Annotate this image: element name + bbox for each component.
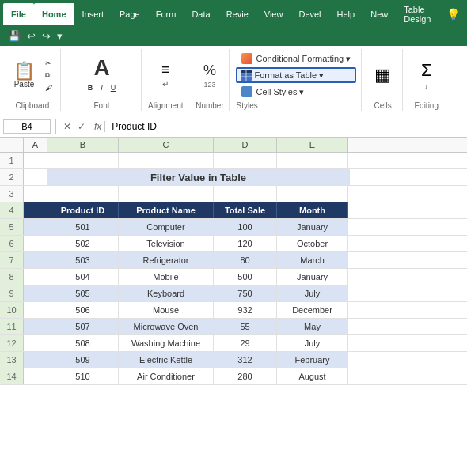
col-header-c[interactable]: C bbox=[119, 138, 214, 152]
cell-b4[interactable]: Product ID bbox=[47, 202, 119, 218]
cell-a-13[interactable] bbox=[24, 352, 47, 368]
product-name-cell[interactable]: Computer bbox=[119, 219, 214, 235]
cell-b3[interactable] bbox=[47, 186, 119, 202]
format-as-table-button[interactable]: Format as Table ▾ bbox=[236, 67, 356, 83]
total-sale-cell[interactable]: 280 bbox=[214, 368, 277, 384]
tab-view[interactable]: View bbox=[256, 3, 291, 25]
total-sale-cell[interactable]: 100 bbox=[214, 219, 277, 235]
undo-button[interactable]: ↩ bbox=[25, 28, 37, 43]
tab-form[interactable]: Form bbox=[148, 3, 184, 25]
total-sale-cell[interactable]: 312 bbox=[214, 352, 277, 368]
tab-new[interactable]: New bbox=[363, 3, 396, 25]
conditional-formatting-button[interactable]: Conditional Formatting ▾ bbox=[236, 51, 356, 66]
month-cell[interactable]: January bbox=[277, 219, 348, 235]
italic-button[interactable]: I bbox=[97, 82, 106, 93]
total-sale-cell[interactable]: 29 bbox=[214, 335, 277, 351]
total-sale-cell[interactable]: 500 bbox=[214, 269, 277, 285]
product-name-cell[interactable]: Air Conditioner bbox=[119, 368, 214, 384]
product-id-cell[interactable]: 507 bbox=[47, 319, 119, 334]
month-cell[interactable]: March bbox=[277, 252, 348, 268]
cell-d4[interactable]: Total Sale bbox=[214, 202, 277, 218]
tab-file[interactable]: File bbox=[3, 3, 34, 25]
product-name-cell[interactable]: Microwave Oven bbox=[119, 319, 214, 334]
cell-a4[interactable] bbox=[24, 202, 47, 218]
cell-d1[interactable] bbox=[214, 153, 277, 168]
cell-a-8[interactable] bbox=[24, 269, 47, 285]
cell-a3[interactable] bbox=[24, 186, 47, 202]
tab-page[interactable]: Page bbox=[112, 3, 148, 25]
month-cell[interactable]: February bbox=[277, 352, 348, 368]
total-sale-cell[interactable]: 80 bbox=[214, 252, 277, 268]
underline-button[interactable]: U bbox=[108, 82, 120, 93]
total-sale-cell[interactable]: 55 bbox=[214, 319, 277, 334]
cell-a-7[interactable] bbox=[24, 252, 47, 268]
cell-a-12[interactable] bbox=[24, 335, 47, 351]
more-button[interactable]: ▾ bbox=[55, 28, 64, 43]
tab-help[interactable]: Help bbox=[329, 3, 363, 25]
total-sale-cell[interactable]: 932 bbox=[214, 302, 277, 318]
cell-styles-button[interactable]: Cell Styles ▾ bbox=[236, 84, 356, 100]
cell-a-14[interactable] bbox=[24, 368, 47, 384]
total-sale-cell[interactable]: 750 bbox=[214, 285, 277, 301]
tab-data[interactable]: Data bbox=[184, 3, 218, 25]
cell-e4[interactable]: Month bbox=[277, 202, 348, 218]
month-cell[interactable]: August bbox=[277, 368, 348, 384]
cell-a-11[interactable] bbox=[24, 319, 47, 334]
product-id-cell[interactable]: 509 bbox=[47, 352, 119, 368]
product-name-cell[interactable]: Refrigerator bbox=[119, 252, 214, 268]
tab-devel[interactable]: Devel bbox=[290, 3, 328, 25]
product-name-cell[interactable]: Mouse bbox=[119, 302, 214, 318]
cell-a-6[interactable] bbox=[24, 236, 47, 251]
cut-button[interactable]: ✂ bbox=[42, 58, 55, 69]
month-cell[interactable]: May bbox=[277, 319, 348, 334]
tab-insert[interactable]: Insert bbox=[74, 3, 112, 25]
month-cell[interactable]: July bbox=[277, 335, 348, 351]
bold-button[interactable]: B bbox=[85, 82, 97, 93]
confirm-formula-button[interactable]: ✓ bbox=[75, 119, 88, 134]
col-header-e[interactable]: E bbox=[277, 138, 348, 152]
product-id-cell[interactable]: 504 bbox=[47, 269, 119, 285]
cell-c3[interactable] bbox=[119, 186, 214, 202]
product-name-cell[interactable]: Washing Machine bbox=[119, 335, 214, 351]
tab-table-design[interactable]: Table Design bbox=[396, 3, 439, 25]
cell-reference-box[interactable]: B4 bbox=[3, 119, 51, 134]
cancel-formula-button[interactable]: ✕ bbox=[61, 119, 74, 134]
product-id-cell[interactable]: 502 bbox=[47, 236, 119, 251]
month-cell[interactable]: January bbox=[277, 269, 348, 285]
product-id-cell[interactable]: 501 bbox=[47, 219, 119, 235]
save-button[interactable]: 💾 bbox=[6, 28, 22, 43]
product-id-cell[interactable]: 510 bbox=[47, 368, 119, 384]
cell-a-5[interactable] bbox=[24, 219, 47, 235]
product-name-cell[interactable]: Mobile bbox=[119, 269, 214, 285]
cell-c4[interactable]: Product Name bbox=[119, 202, 214, 218]
product-id-cell[interactable]: 503 bbox=[47, 252, 119, 268]
product-id-cell[interactable]: 506 bbox=[47, 302, 119, 318]
month-cell[interactable]: December bbox=[277, 302, 348, 318]
formula-input[interactable] bbox=[108, 119, 464, 134]
col-header-a[interactable]: A bbox=[24, 138, 47, 152]
tab-home[interactable]: Home bbox=[34, 3, 74, 25]
redo-button[interactable]: ↪ bbox=[40, 28, 52, 43]
product-id-cell[interactable]: 505 bbox=[47, 285, 119, 301]
col-header-b[interactable]: B bbox=[47, 138, 119, 152]
product-id-cell[interactable]: 508 bbox=[47, 335, 119, 351]
cell-e3[interactable] bbox=[277, 186, 348, 202]
cell-a1[interactable] bbox=[24, 153, 47, 168]
cell-c1[interactable] bbox=[119, 153, 214, 168]
total-sale-cell[interactable]: 120 bbox=[214, 236, 277, 251]
month-cell[interactable]: October bbox=[277, 236, 348, 251]
cell-a2[interactable] bbox=[24, 169, 47, 185]
copy-button[interactable]: ⧉ bbox=[42, 70, 55, 81]
cell-d3[interactable] bbox=[214, 186, 277, 202]
cell-a-10[interactable] bbox=[24, 302, 47, 318]
cell-a-9[interactable] bbox=[24, 285, 47, 301]
month-cell[interactable]: July bbox=[277, 285, 348, 301]
cell-e1[interactable] bbox=[277, 153, 348, 168]
col-header-d[interactable]: D bbox=[214, 138, 277, 152]
format-painter-button[interactable]: 🖌 bbox=[42, 82, 55, 93]
tab-light[interactable]: 💡 bbox=[439, 3, 467, 25]
product-name-cell[interactable]: Television bbox=[119, 236, 214, 251]
cell-b1[interactable] bbox=[47, 153, 119, 168]
product-name-cell[interactable]: Electric Kettle bbox=[119, 352, 214, 368]
product-name-cell[interactable]: Keyboard bbox=[119, 285, 214, 301]
